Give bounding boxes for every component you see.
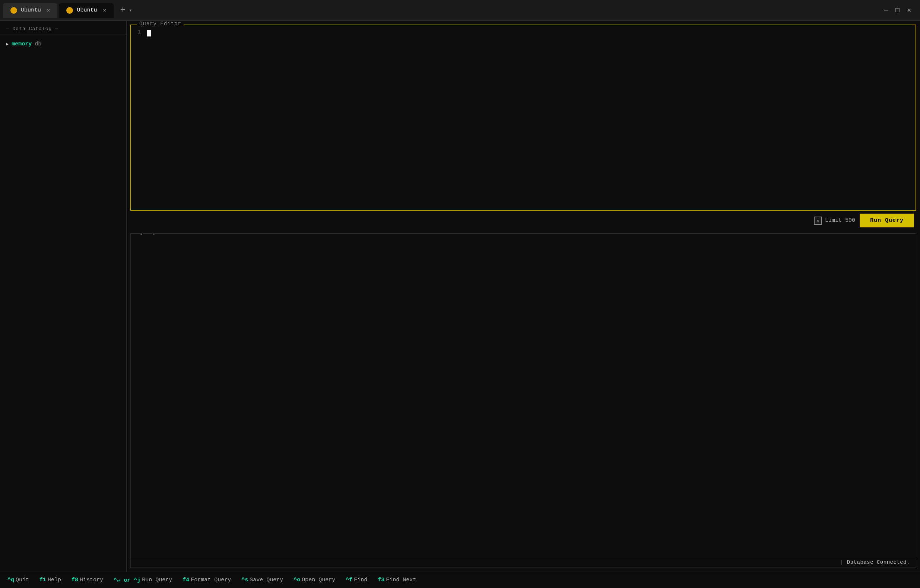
line-numbers: 1 <box>133 29 147 206</box>
toolbar: ✕ Limit 500 Run Query <box>126 211 920 230</box>
shortcut-label-save: Save Query <box>249 577 283 583</box>
shortcut-label-format: Format Query <box>191 577 231 583</box>
shortcut-key-find: ^f <box>346 577 352 583</box>
shortcut-format: f4 Format Query <box>183 577 231 583</box>
tab-2-label: Ubuntu <box>77 7 97 13</box>
tab-1[interactable]: Ubuntu ✕ <box>3 3 57 18</box>
tree-label-memory: memory <box>11 41 32 47</box>
right-panel: Query Editor 1 ✕ Limit 500 Run Query Que… <box>126 21 920 572</box>
shortcut-key-find-next: f3 <box>378 577 384 583</box>
window-controls: ─ □ ✕ <box>884 7 917 14</box>
results-title: Query Results <box>137 233 186 235</box>
maximize-button[interactable]: □ <box>896 7 899 14</box>
status-bar: | Database Connected. <box>131 557 916 567</box>
shortcut-label-run: Run Query <box>142 577 172 583</box>
shortcut-label-help: Help <box>48 577 61 583</box>
sidebar-title: Data Catalog <box>0 21 126 35</box>
tab-2[interactable]: Ubuntu ✕ <box>59 3 113 18</box>
tab-dropdown-button[interactable]: ▾ <box>127 7 133 13</box>
shortcut-key-run: ^↵ or ^j <box>113 577 141 583</box>
limit-checkbox[interactable]: ✕ <box>814 216 822 225</box>
shortcut-label-find: Find <box>354 577 367 583</box>
results-section: Query Results | Database Connected. <box>130 233 916 568</box>
shortcut-label-quit: Quit <box>16 577 29 583</box>
ubuntu-icon-1 <box>10 7 17 14</box>
shortcut-key-format: f4 <box>183 577 189 583</box>
shortcut-label-find-next: Find Next <box>386 577 416 583</box>
shortcut-key-save: ^s <box>241 577 248 583</box>
ubuntu-icon-2 <box>66 7 73 14</box>
shortcut-key-quit: ^q <box>7 577 14 583</box>
shortcut-find: ^f Find <box>346 577 367 583</box>
titlebar: Ubuntu ✕ Ubuntu ✕ + ▾ ─ □ ✕ <box>0 0 920 21</box>
editor-area: 1 <box>131 25 915 210</box>
tree-label-db: db <box>35 41 41 47</box>
results-area[interactable] <box>131 234 916 557</box>
editor-title: Query Editor <box>137 21 184 27</box>
run-query-button[interactable]: Run Query <box>860 213 914 228</box>
limit-label: Limit 500 <box>825 217 855 224</box>
shortcut-key-history: f8 <box>71 577 78 583</box>
shortcuts-bar: ^q Quit f1 Help f8 History ^↵ or ^j Run … <box>0 572 920 588</box>
sidebar: Data Catalog ▶ memory db <box>0 21 126 572</box>
shortcut-save: ^s Save Query <box>241 577 283 583</box>
limit-checkbox-area[interactable]: ✕ Limit 500 <box>814 216 855 225</box>
editor-cursor <box>147 30 151 37</box>
shortcut-label-history: History <box>80 577 103 583</box>
tree-arrow-icon: ▶ <box>6 41 8 47</box>
status-message: Database Connected. <box>847 559 910 565</box>
shortcut-key-help: f1 <box>39 577 46 583</box>
shortcut-open: ^o Open Query <box>293 577 335 583</box>
minimize-button[interactable]: ─ <box>884 7 888 14</box>
close-button[interactable]: ✕ <box>907 7 911 14</box>
editor-section: Query Editor 1 <box>130 24 916 211</box>
tab-1-close[interactable]: ✕ <box>47 7 50 13</box>
shortcut-find-next: f3 Find Next <box>378 577 416 583</box>
shortcut-key-open: ^o <box>293 577 300 583</box>
shortcut-help: f1 Help <box>39 577 61 583</box>
shortcut-label-open: Open Query <box>302 577 335 583</box>
main-area: Data Catalog ▶ memory db Query Editor 1 <box>0 21 920 572</box>
shortcut-quit: ^q Quit <box>7 577 29 583</box>
new-tab-button[interactable]: + <box>118 6 127 15</box>
shortcut-run: ^↵ or ^j Run Query <box>113 577 172 583</box>
tab-2-close[interactable]: ✕ <box>103 7 106 13</box>
sidebar-content: ▶ memory db <box>0 35 126 572</box>
tree-item-memory-db[interactable]: ▶ memory db <box>0 38 126 50</box>
tab-1-label: Ubuntu <box>21 7 41 13</box>
status-pipe: | <box>840 559 843 565</box>
shortcut-history: f8 History <box>71 577 103 583</box>
